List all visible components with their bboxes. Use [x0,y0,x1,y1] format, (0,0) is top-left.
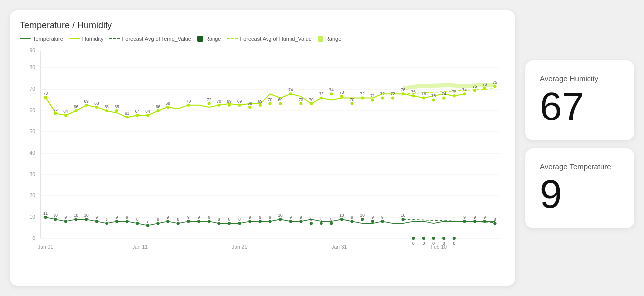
svg-point-96 [422,96,425,99]
humidity-stat-label: Average Humidity [540,74,598,83]
svg-point-98 [432,98,435,101]
svg-text:9: 9 [116,215,118,220]
humidity-stat-value: 67 [540,87,584,126]
svg-text:75: 75 [473,84,478,89]
svg-text:30: 30 [29,172,35,177]
svg-text:73: 73 [43,91,48,96]
svg-text:0: 0 [423,241,425,246]
svg-text:9: 9 [483,215,486,220]
svg-text:7: 7 [147,219,149,224]
svg-text:8: 8 [136,217,139,222]
svg-point-102 [453,94,456,97]
svg-text:60: 60 [29,108,35,113]
svg-point-38 [105,109,108,112]
svg-text:69: 69 [84,99,89,104]
svg-text:70: 70 [350,98,355,102]
svg-point-104 [463,92,466,95]
svg-point-126 [115,220,118,223]
svg-point-88 [381,96,384,99]
svg-point-100 [442,96,445,99]
svg-text:9: 9 [289,215,292,220]
svg-text:8: 8 [494,217,496,222]
svg-text:69: 69 [237,99,242,104]
legend-forecast-temp: Forecast Avg of Temp_Value [109,36,191,42]
svg-text:9: 9 [95,215,98,220]
svg-point-94 [412,94,415,97]
svg-point-76 [320,96,323,99]
legend-range-light-icon [318,36,323,42]
svg-point-118 [74,218,77,221]
svg-point-78 [330,92,333,95]
svg-text:70: 70 [309,98,314,102]
svg-point-84 [361,96,364,99]
svg-text:9: 9 [187,215,190,220]
svg-text:10: 10 [29,214,35,220]
svg-text:9: 9 [65,215,67,220]
svg-point-184 [422,237,425,240]
svg-point-34 [85,104,88,107]
chart-svg: 0 10 20 30 40 50 60 70 80 90 Jan 01 Jan … [20,46,505,259]
legend-forecast-humid-label: Forecast Avg of Humid_Value [240,36,312,42]
temperature-stat-label: Average Temperature [540,162,611,171]
svg-text:10: 10 [54,213,58,218]
svg-point-112 [44,216,47,219]
svg-point-136 [166,220,169,223]
svg-point-160 [289,220,292,223]
svg-point-36 [95,106,98,109]
svg-point-64 [259,104,262,107]
svg-text:40: 40 [29,150,35,156]
svg-text:65: 65 [54,107,58,112]
chart-card: Temperature / Humidity Temperature Humid… [10,10,515,286]
humidity-stat-card: Average Humidity 67 [525,60,634,140]
legend-range-dark-icon [197,36,203,42]
svg-text:8: 8 [320,217,322,222]
svg-point-86 [371,98,374,101]
svg-point-52 [187,104,190,107]
svg-text:74: 74 [329,88,334,92]
svg-point-154 [259,220,262,223]
svg-point-58 [228,104,231,107]
legend-range-light-label: Range [325,36,341,42]
svg-text:9: 9 [249,215,251,220]
svg-point-72 [299,102,302,105]
svg-point-62 [248,106,251,109]
svg-text:80: 80 [29,65,35,70]
svg-text:9: 9 [474,215,476,220]
svg-text:8: 8 [177,217,179,222]
svg-point-28 [54,112,57,115]
svg-text:Jan 31: Jan 31 [331,244,347,250]
svg-text:72: 72 [380,92,385,96]
svg-text:74: 74 [462,88,467,92]
svg-text:9: 9 [300,215,302,220]
svg-text:0: 0 [453,241,456,246]
svg-point-190 [453,237,456,240]
svg-point-134 [156,222,159,225]
legend-forecast-temp-icon [109,38,120,39]
svg-text:70: 70 [217,99,222,104]
svg-text:68: 68 [166,101,171,106]
legend-range-dark-label: Range [205,36,221,42]
svg-point-178 [381,220,384,223]
svg-text:70: 70 [29,86,35,92]
svg-point-182 [412,237,415,240]
svg-text:76: 76 [483,82,487,87]
svg-text:10: 10 [401,213,406,218]
svg-point-164 [310,222,313,225]
svg-text:9: 9 [351,215,353,220]
svg-text:64: 64 [145,109,150,114]
svg-point-186 [432,237,435,240]
side-cards: Average Humidity 67 Average Temperature … [525,60,634,236]
chart-title: Temperature / Humidity [20,20,505,31]
svg-text:8: 8 [228,217,231,222]
svg-text:8: 8 [310,217,313,222]
legend-temperature-icon [20,38,31,39]
svg-point-138 [177,222,180,225]
svg-text:72: 72 [360,92,365,96]
svg-text:69: 69 [278,98,283,102]
svg-text:9: 9 [259,215,262,220]
svg-text:8: 8 [157,217,159,222]
svg-point-162 [299,220,302,223]
svg-point-144 [208,220,211,223]
svg-text:63: 63 [125,111,130,116]
svg-text:8: 8 [106,217,108,222]
